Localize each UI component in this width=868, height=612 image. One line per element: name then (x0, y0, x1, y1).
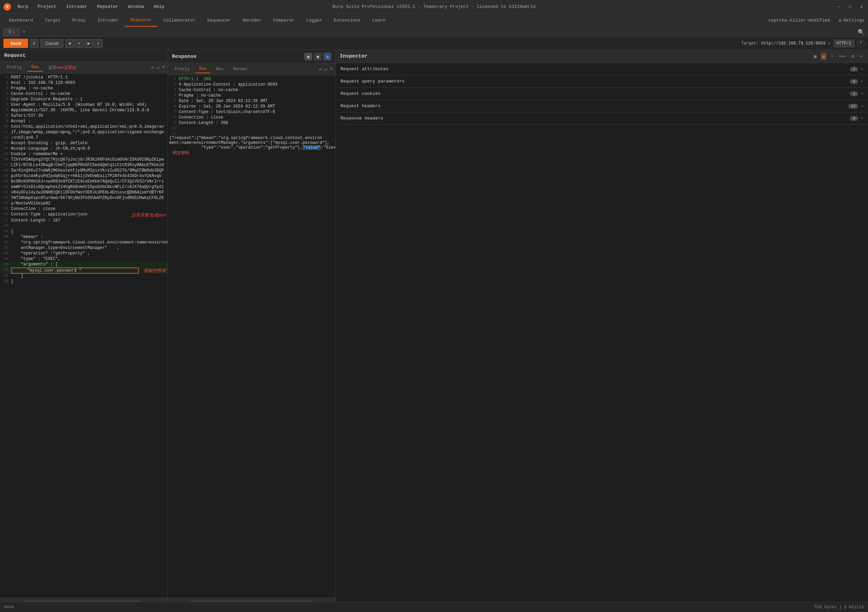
status-right: 518 bytes | 6 millis (815, 605, 864, 610)
req-line-2: 2 Host : 192.168.79.128:9093 (0, 81, 167, 86)
search-icon[interactable]: 🔍 (858, 29, 865, 36)
inspector-gear-icon[interactable]: ⚙ (850, 53, 855, 60)
request-ln-icon[interactable]: ↵ (157, 65, 159, 70)
tab-repeater[interactable]: Repeater (125, 14, 157, 27)
tab-learn[interactable]: Learn (367, 14, 391, 27)
cookies-count: 1 (850, 91, 858, 96)
repeater-tab-1[interactable]: 1 ✕ (3, 28, 20, 36)
response-tab-hex[interactable]: Hex (212, 65, 228, 73)
send-options-button[interactable]: ⚙ (30, 39, 39, 48)
menu-window[interactable]: Window (127, 3, 146, 10)
help-icon[interactable]: ? (857, 40, 865, 47)
resp-line-6: 6 Expires : Sat, 20 Jan 2024 02:12:39 GM… (168, 104, 335, 110)
nav-forward-dropdown-button[interactable]: ▾ (94, 39, 103, 48)
response-tab-pretty[interactable]: Pretty (170, 65, 194, 73)
inspector-request-headers[interactable]: Request headers 12 ▾ (336, 100, 868, 112)
query-params-label: Request query parameters (341, 79, 405, 84)
request-tab-pretty[interactable]: Pretty (3, 64, 26, 71)
req-line-4: 4 Cache-Control : no-cache (0, 91, 167, 97)
inspector-request-attributes[interactable]: Request attributes 2 ▾ (336, 63, 868, 75)
tab-intruder[interactable]: Intruder (92, 14, 124, 27)
resp-line-7: 7 Content-Type : text/plain;charset=UTF-… (168, 110, 335, 115)
inspector-filter-icon[interactable]: ↕ (829, 53, 835, 60)
menu-burp[interactable]: Burp (16, 3, 29, 10)
response-code-area: 1 HTTP/1.1 200 2 X-Application-Context :… (168, 75, 335, 598)
annotation-content-type: 这里需要改成json (131, 212, 166, 218)
nav-back-button[interactable]: ◀ (65, 39, 74, 48)
response-tab-icons: ⇌ ↵ ≡ (319, 67, 333, 72)
response-tab-render[interactable]: Render (229, 65, 252, 73)
tab-dashboard[interactable]: Dashboard (3, 14, 38, 27)
tab-sequencer[interactable]: Sequencer (202, 14, 237, 27)
request-attributes-count: 2 (850, 67, 858, 71)
query-params-count: 0 (850, 79, 858, 84)
tab-proxy[interactable]: Proxy (67, 14, 91, 27)
close-button[interactable]: ✕ (859, 4, 865, 10)
cookies-chevron: ▾ (861, 91, 863, 96)
response-tab-raw[interactable]: Raw (195, 65, 211, 73)
tab-target[interactable]: Target (39, 14, 66, 27)
response-panel-header: Response ▣ ▦ ▦ (168, 50, 335, 64)
inspector-view2-icon[interactable]: ▦ (821, 53, 826, 60)
menu-project[interactable]: Project (36, 3, 58, 10)
request-menu-icon[interactable]: ≡ (162, 65, 165, 70)
req-line-5: 5 Upgrade-Insecure-Requests : 1 (0, 97, 167, 102)
response-view-combined-icon[interactable]: ▦ (314, 53, 322, 60)
status-bar: Done 518 bytes | 6 millis (0, 602, 868, 612)
response-view-active-icon[interactable]: ▦ (324, 53, 331, 60)
request-tab-raw[interactable]: Raw (27, 64, 43, 71)
nav-right: captcha-killer-modified ⚙ Settings (763, 14, 865, 27)
inspector-icons: ▣ ▦ ↕ ⟺ ⚙ ✕ (812, 53, 864, 60)
inspector-view1-icon[interactable]: ▣ (812, 53, 818, 60)
resp-line-10: 10 (168, 126, 335, 132)
req-line-23: 23 YWT39UmpXspo9Yu+0wd/EK74hjNUIPxO5Uw9Y… (0, 195, 167, 201)
request-attributes-chevron: ▾ (861, 67, 863, 71)
req-line-25: 25 Connection : close (0, 206, 167, 212)
req-line-27: 27 Content-Length : 187 (0, 218, 167, 224)
menu-intruder[interactable]: Intruder (65, 3, 89, 10)
send-button[interactable]: Send (3, 39, 28, 48)
request-tab-hex[interactable]: 这里Hex需要改 (44, 64, 80, 72)
response-ln-icon[interactable]: ↵ (324, 67, 327, 72)
req-line-8: 8 Safari/537.36 (0, 113, 167, 119)
inspector-query-params[interactable]: Request query parameters 0 ▾ (336, 75, 868, 88)
tab-extension-captcha[interactable]: captcha-killer-modified (763, 14, 835, 27)
settings-button[interactable]: ⚙ Settings (839, 18, 865, 23)
tab-comparer[interactable]: Comparer (268, 14, 300, 27)
resp-line-1: 1 HTTP/1.1 200 (168, 77, 335, 82)
tab-extensions[interactable]: Extensions (329, 14, 366, 27)
main-panels: Request Pretty Raw 这里Hex需要改 ⇌ ↵ ≡ 1 POST… (0, 50, 868, 611)
inspector-resize-icon[interactable]: ⟺ (837, 53, 847, 60)
response-view-split-icon[interactable]: ▣ (305, 53, 312, 60)
nav-back-dropdown-button[interactable]: ▾ (75, 39, 84, 48)
tab-logger[interactable]: Logger (301, 14, 328, 27)
nav-forward-button[interactable]: ▶ (84, 39, 93, 48)
http-version-selector[interactable]: HTTP/1 (833, 40, 854, 47)
response-menu-icon[interactable]: ≡ (330, 67, 333, 72)
request-panel-header: Request (0, 50, 167, 62)
request-attributes-label: Request attributes (341, 67, 388, 71)
menu-help[interactable]: Help (152, 3, 166, 10)
title-bar-left: B Burp Project Intruder Repeater Window … (3, 3, 166, 11)
resp-line-4: 4 Pragma : no-cache (168, 93, 335, 99)
inspector-response-headers[interactable]: Response headers 8 ▾ (336, 112, 868, 125)
response-wrap-icon[interactable]: ⇌ (319, 67, 322, 72)
request-wrap-icon[interactable]: ⇌ (151, 65, 154, 70)
tab-close-icon[interactable]: ✕ (12, 30, 14, 34)
edit-target-icon[interactable]: ✏ (828, 41, 831, 46)
inspector-close-icon[interactable]: ✕ (859, 53, 864, 60)
cancel-button[interactable]: Cancel (40, 39, 64, 48)
minimize-button[interactable]: — (836, 4, 842, 10)
tab-collaborator[interactable]: Collaborator (158, 14, 201, 27)
request-panel: Request Pretty Raw 这里Hex需要改 ⇌ ↵ ≡ 1 POST… (0, 50, 168, 611)
req-line-6: 6 User-Agent : Mozilla/5.0 (Windows NT 1… (0, 102, 167, 108)
add-tab-button[interactable]: + (21, 29, 27, 35)
resp-line-3: 3 Cache-Control : no-cache (168, 88, 335, 93)
tab-decoder[interactable]: Decoder (237, 14, 267, 27)
req-line-17: 17 LIFl/6Y3LLe43RagB/CHeTjqqBEPRbGFC5ed4… (0, 163, 167, 168)
request-attributes-right: 2 ▾ (850, 67, 863, 71)
response-title: Response (172, 54, 197, 60)
menu-repeater[interactable]: Repeater (96, 3, 119, 10)
inspector-cookies[interactable]: Request cookies 1 ▾ (336, 88, 868, 100)
maximize-button[interactable]: □ (847, 4, 853, 10)
